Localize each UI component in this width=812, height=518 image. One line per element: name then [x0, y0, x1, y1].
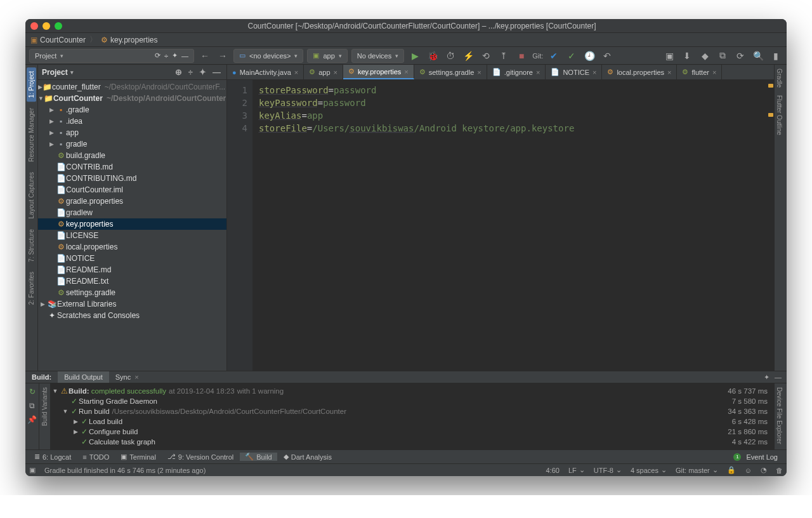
- device-file-explorer-label[interactable]: Device File Explorer: [775, 383, 784, 448]
- tree-node-key-properties[interactable]: ⚙key.properties: [38, 218, 226, 230]
- tree-twisty-icon[interactable]: ▶: [38, 84, 43, 90]
- run-config-combo[interactable]: ▣app▾: [307, 49, 347, 63]
- build-twisty-icon[interactable]: ▼: [61, 408, 70, 415]
- left-rail-favorites[interactable]: 2: Favorites: [27, 268, 36, 309]
- hot-reload-button[interactable]: ⚡: [461, 49, 475, 63]
- build-output-tree[interactable]: ▼ ⚠ Build:Build: completed successfully …: [51, 383, 774, 449]
- sdk-manager-button[interactable]: ⬇: [680, 49, 694, 63]
- editor-tab-key-properties[interactable]: ⚙key.properties×: [343, 65, 414, 79]
- project-selector-combo[interactable]: Project ▾ ⟳ ÷ ✦ —: [29, 49, 194, 63]
- build-row[interactable]: ✓Calculate task graph4 s 422 ms: [51, 437, 774, 447]
- attach-button[interactable]: ⤒: [497, 49, 511, 63]
- git-update-button[interactable]: ✔: [547, 49, 561, 63]
- file-encoding[interactable]: UTF-8 ⌄: [594, 466, 622, 474]
- logcat-tab[interactable]: ≣6: Logcat: [29, 453, 76, 461]
- hide-icon[interactable]: —: [181, 52, 188, 60]
- tree-twisty-icon[interactable]: ▶: [47, 141, 56, 147]
- left-rail-layout-captures[interactable]: Layout Captures: [27, 168, 36, 222]
- build-row[interactable]: ▶✓Configure build21 s 860 ms: [51, 427, 774, 437]
- tree-node-settings-gradle[interactable]: ⚙settings.gradle: [38, 287, 226, 298]
- memory-indicator[interactable]: ◔: [761, 466, 767, 474]
- git-branch-widget[interactable]: Git: master ⌄: [676, 466, 718, 474]
- editor-tab-local-properties[interactable]: ⚙local.properties×: [602, 65, 677, 79]
- indent-widget[interactable]: 4 spaces ⌄: [631, 466, 667, 474]
- git-revert-button[interactable]: ↶: [600, 49, 614, 63]
- build-row[interactable]: ▶✓Load build6 s 428 ms: [51, 416, 774, 427]
- profile-icon[interactable]: ▮: [769, 49, 783, 63]
- close-window-button[interactable]: [30, 22, 38, 30]
- resource-button[interactable]: ◆: [698, 49, 712, 63]
- next-button[interactable]: →: [216, 49, 230, 63]
- dart-analysis-tab[interactable]: ◆Dart Analysis: [278, 453, 337, 461]
- search-everywhere-button[interactable]: 🔍: [751, 49, 765, 63]
- status-icon[interactable]: ▣: [29, 466, 36, 474]
- prev-button[interactable]: ←: [198, 49, 212, 63]
- build-sync-tab[interactable]: Sync×: [109, 371, 145, 383]
- right-rail-flutter-outline[interactable]: Flutter Outline: [775, 91, 784, 139]
- stop-button[interactable]: ■: [514, 49, 528, 63]
- devices-combo[interactable]: ▭<no devices>▾: [233, 49, 303, 63]
- version-control-tab[interactable]: ⎇9: Version Control: [162, 453, 239, 461]
- tab-close-icon[interactable]: ×: [477, 69, 481, 76]
- flutter-reload-button[interactable]: ⟲: [479, 49, 493, 63]
- toggle-view-icon[interactable]: ⧉: [29, 401, 35, 410]
- tree-twisty-icon[interactable]: ▼: [38, 95, 44, 102]
- breadcrumb-project[interactable]: ▣CourtCounter: [30, 36, 86, 44]
- tab-close-icon[interactable]: ×: [334, 69, 337, 76]
- tree-node--gradle[interactable]: ▶▪.gradle: [38, 104, 226, 116]
- tree-node-app[interactable]: ▶▪app: [38, 127, 226, 138]
- tree-node-scratches-and-consoles[interactable]: ✦Scratches and Consoles: [38, 310, 226, 321]
- editor-content[interactable]: storePassword=password keyPassword=passw…: [252, 80, 768, 371]
- project-collapse-button[interactable]: ÷: [187, 67, 195, 77]
- reload-flutter-button[interactable]: ⟳: [733, 49, 747, 63]
- build-tab[interactable]: 🔨Build: [240, 453, 277, 461]
- left-rail-resource-manager[interactable]: Resource Manager: [27, 104, 36, 166]
- terminal-tab[interactable]: ▣Terminal: [115, 453, 161, 461]
- editor[interactable]: 1 2 3 4 storePassword=password keyPasswo…: [227, 80, 774, 371]
- tree-node-contributing-md[interactable]: 📄CONTRIBUTING.md: [38, 173, 226, 184]
- tree-node-courtcounter[interactable]: ▼📁CourtCounter~/Desktop/Android/CourtCou…: [38, 93, 226, 104]
- editor-tab-flutter[interactable]: ⚙flutter×: [677, 65, 722, 79]
- tree-node-readme-txt[interactable]: 📄README.txt: [38, 276, 226, 287]
- build-row[interactable]: ✓Starting Gradle Daemon7 s 580 ms: [51, 396, 774, 406]
- tab-close-icon[interactable]: ×: [712, 69, 716, 76]
- tree-node-counter-flutter[interactable]: ▶📁counter_flutter~/Desktop/Android/Court…: [38, 81, 226, 93]
- tab-close-icon[interactable]: ×: [536, 69, 540, 76]
- tree-node-external-libraries[interactable]: ▶📚External Libraries: [38, 298, 226, 310]
- editor-tab-notice[interactable]: 📄NOTICE×: [546, 65, 602, 79]
- tree-node-courtcounter-iml[interactable]: 📄CourtCounter.iml: [38, 184, 226, 196]
- tree-node-gradle[interactable]: ▶▪gradle: [38, 138, 226, 150]
- tree-node--idea[interactable]: ▶▪.idea: [38, 116, 226, 127]
- git-commit-button[interactable]: ✓: [565, 49, 579, 63]
- build-twisty-icon[interactable]: ▶: [71, 418, 80, 425]
- target-device-combo[interactable]: No devices▾: [351, 49, 404, 63]
- tab-close-icon[interactable]: ×: [404, 68, 408, 76]
- tree-twisty-icon[interactable]: ▶: [47, 130, 56, 136]
- tab-close-icon[interactable]: ×: [667, 69, 671, 76]
- tree-twisty-icon[interactable]: ▶: [47, 118, 56, 124]
- left-rail-project[interactable]: 1: Project: [27, 67, 36, 102]
- project-settings-button[interactable]: ✦: [197, 67, 208, 77]
- flutter-inspector-button[interactable]: ⧉: [716, 49, 730, 63]
- tab-close-icon[interactable]: ×: [593, 69, 596, 76]
- editor-tab-mainactivity-java[interactable]: ●MainActivity.java×: [227, 65, 304, 79]
- build-settings-icon[interactable]: ✦: [764, 373, 769, 382]
- editor-tab-settings-gradle[interactable]: ⚙settings.gradle×: [414, 65, 487, 79]
- event-log-button[interactable]: 1Event Log: [728, 453, 783, 461]
- project-tree[interactable]: ▶📁counter_flutter~/Desktop/Android/Court…: [38, 80, 226, 371]
- caret-position[interactable]: 4:60: [546, 467, 560, 474]
- lock-icon[interactable]: 🔒: [727, 466, 736, 474]
- run-button[interactable]: ▶: [408, 49, 422, 63]
- left-rail-structure[interactable]: 7: Structure: [27, 225, 36, 266]
- profile-button[interactable]: ⏱: [443, 49, 457, 63]
- avd-manager-button[interactable]: ▣: [662, 49, 676, 63]
- line-separator[interactable]: LF ⌄: [568, 466, 585, 474]
- build-twisty-icon[interactable]: ▶: [71, 428, 80, 435]
- tree-node-contrib-md[interactable]: 📄CONTRIB.md: [38, 161, 226, 173]
- git-history-button[interactable]: 🕘: [582, 49, 596, 63]
- sync-gradle-icon[interactable]: ⟳: [155, 51, 160, 60]
- tree-node-readme-md[interactable]: 📄README.md: [38, 264, 226, 276]
- rerun-build-icon[interactable]: ↻: [29, 387, 36, 396]
- build-hide-icon[interactable]: —: [775, 373, 782, 382]
- project-locate-button[interactable]: ⊕: [173, 67, 184, 77]
